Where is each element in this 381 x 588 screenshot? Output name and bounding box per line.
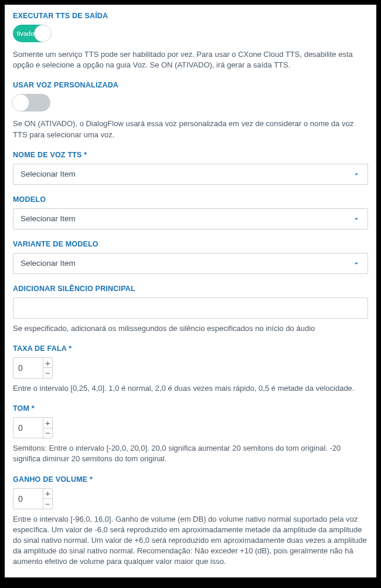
speech-rate-help: Entre o intervalo [0,25, 4,0]. 1,0 é nor…: [13, 383, 368, 394]
pitch-section: TOM * + − Semitons: Entre o intervalo [-…: [13, 404, 368, 464]
speech-rate-stepper: + −: [13, 357, 53, 379]
stepper-buttons: + −: [43, 489, 52, 509]
stepper-buttons: + −: [43, 358, 52, 378]
speech-rate-input[interactable]: [13, 358, 43, 378]
stepper-buttons: + −: [43, 418, 52, 438]
stepper-down-button[interactable]: −: [43, 499, 52, 509]
volume-gain-stepper: + −: [13, 488, 53, 509]
custom-voice-toggle[interactable]: [13, 94, 50, 111]
model-select[interactable]: Selecionar Item: [13, 208, 368, 229]
custom-voice-section: USAR VOZ PERSONALIZADA Se ON (ATIVADO), …: [13, 81, 368, 140]
stepper-down-button[interactable]: −: [43, 428, 52, 438]
chevron-down-icon: [352, 170, 360, 178]
minus-icon: −: [45, 369, 50, 377]
voice-name-select[interactable]: Selecionar Item: [13, 164, 368, 185]
voice-name-section: NOME DE VOZ TTS * Selecionar Item: [13, 151, 368, 185]
pitch-label: TOM *: [13, 404, 368, 413]
toggle-knob-icon: [34, 25, 52, 42]
pitch-input[interactable]: [13, 418, 43, 438]
volume-gain-section: GANHO DE VOLUME * + − Entre o intervalo …: [13, 475, 368, 567]
stepper-up-button[interactable]: +: [43, 418, 52, 428]
plus-icon: +: [45, 359, 50, 367]
model-variant-section: VARIANTE DE MODELO Selecionar Item: [13, 240, 368, 274]
leading-silence-help: Se especificado, adicionará os milissegu…: [13, 323, 368, 334]
leading-silence-input[interactable]: [13, 298, 368, 319]
execute-tts-help: Somente um serviço TTS pode ser habilita…: [13, 49, 368, 70]
speech-rate-section: TAXA DE FALA * + − Entre o intervalo [0,…: [13, 344, 368, 394]
model-variant-select[interactable]: Selecionar Item: [13, 253, 368, 274]
custom-voice-label: USAR VOZ PERSONALIZADA: [13, 81, 368, 89]
stepper-down-button[interactable]: −: [43, 368, 52, 378]
custom-voice-help: Se ON (ATIVADO), o DialogFlow usará essa…: [13, 119, 368, 140]
speech-rate-label: TAXA DE FALA *: [13, 344, 368, 353]
tts-settings-panel: EXECUTAR TTS DE SAÍDA tivado Somente um …: [5, 5, 376, 577]
pitch-help: Semitons: Entre o intervalo [-20,0, 20,0…: [13, 443, 368, 464]
volume-gain-input[interactable]: [13, 489, 43, 509]
pitch-stepper: + −: [13, 417, 53, 438]
voice-name-selected: Selecionar Item: [21, 170, 76, 178]
minus-icon: −: [45, 499, 50, 508]
volume-gain-help: Entre o intervalo [-96,0, 16,0]. Ganho d…: [13, 514, 368, 567]
voice-name-label: NOME DE VOZ TTS *: [13, 151, 368, 159]
toggle-state-label: tivado: [17, 30, 34, 37]
toggle-knob-icon: [12, 94, 29, 111]
model-label: MODELO: [13, 195, 368, 204]
leading-silence-section: ADICIONAR SILÊNCIO PRINCIPAL Se especifi…: [13, 285, 368, 334]
chevron-down-icon: [352, 215, 360, 223]
execute-tts-label: EXECUTAR TTS DE SAÍDA: [13, 12, 368, 20]
stepper-up-button[interactable]: +: [43, 489, 52, 499]
model-variant-label: VARIANTE DE MODELO: [13, 240, 368, 248]
model-selected: Selecionar Item: [21, 214, 76, 223]
chevron-down-icon: [352, 259, 360, 268]
plus-icon: +: [45, 489, 50, 498]
volume-gain-label: GANHO DE VOLUME *: [13, 475, 368, 484]
stepper-up-button[interactable]: +: [43, 358, 52, 369]
execute-tts-toggle[interactable]: tivado: [13, 25, 50, 42]
model-variant-selected: Selecionar Item: [21, 259, 76, 268]
model-section: MODELO Selecionar Item: [13, 195, 368, 229]
execute-tts-section: EXECUTAR TTS DE SAÍDA tivado Somente um …: [13, 12, 368, 70]
minus-icon: −: [45, 428, 50, 437]
plus-icon: +: [45, 418, 50, 427]
leading-silence-label: ADICIONAR SILÊNCIO PRINCIPAL: [13, 285, 368, 293]
